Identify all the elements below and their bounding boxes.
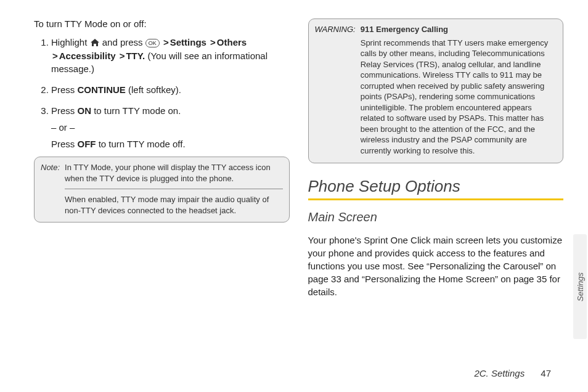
steps-list: Highlight and press OK >Settings >Others… bbox=[34, 36, 290, 117]
step3-alt: Press OFF to turn TTY mode off. bbox=[51, 139, 290, 149]
chevron-icon: > bbox=[163, 37, 169, 47]
home-icon bbox=[90, 38, 100, 50]
step1-part-b: and press bbox=[102, 37, 145, 47]
step-1: Highlight and press OK >Settings >Others… bbox=[51, 36, 290, 75]
step3-key: ON bbox=[78, 105, 92, 116]
step3c-key: OFF bbox=[78, 139, 96, 149]
body-paragraph: Your phone's Sprint One Click main scree… bbox=[308, 234, 564, 298]
nav-others: Others bbox=[217, 37, 247, 47]
warning-title: 911 Emergency Calling bbox=[361, 24, 557, 35]
step3-a: Press bbox=[51, 105, 78, 116]
intro-text: To turn TTY Mode on or off: bbox=[34, 18, 290, 29]
side-tab-label: Settings bbox=[576, 272, 585, 301]
nav-settings: Settings bbox=[170, 37, 206, 47]
note-label: Note: bbox=[41, 162, 60, 216]
warning-label: WARNING: bbox=[315, 24, 356, 157]
step2-b: (left softkey). bbox=[126, 84, 181, 95]
page-footer: 2C. Settings 47 bbox=[474, 368, 551, 378]
or-text: – or – bbox=[51, 122, 290, 133]
note-p1: In TTY Mode, your phone will display the… bbox=[65, 162, 282, 184]
step-3: Press ON to turn TTY mode on. bbox=[51, 105, 290, 117]
footer-section: 2C. Settings bbox=[474, 368, 525, 378]
section-heading: Phone Setup Options bbox=[308, 177, 564, 196]
chevron-icon: > bbox=[120, 51, 125, 61]
section-underline bbox=[308, 198, 564, 200]
right-column: WARNING: 911 Emergency Calling Sprint re… bbox=[308, 18, 564, 308]
note-box: Note: In TTY Mode, your phone will displ… bbox=[34, 157, 290, 223]
step3c-b: to turn TTY mode off. bbox=[96, 139, 186, 149]
nav-tty: TTY. bbox=[126, 51, 145, 61]
chevron-icon: > bbox=[52, 51, 58, 61]
subsection-heading: Main Screen bbox=[308, 210, 564, 224]
nav-accessibility: Accessibility bbox=[59, 51, 116, 61]
note-divider bbox=[65, 189, 282, 189]
note-p2: When enabled, TTY mode may impair the au… bbox=[65, 194, 282, 216]
step2-a: Press bbox=[51, 84, 78, 95]
step3-b: to turn TTY mode on. bbox=[91, 105, 181, 116]
warning-box: WARNING: 911 Emergency Calling Sprint re… bbox=[308, 18, 564, 163]
note-body: In TTY Mode, your phone will display the… bbox=[65, 162, 282, 216]
menu-ok-icon: OK bbox=[145, 39, 160, 47]
footer-page-number: 47 bbox=[541, 368, 551, 378]
step-2: Press CONTINUE (left softkey). bbox=[51, 84, 290, 96]
step2-key: CONTINUE bbox=[78, 84, 126, 95]
warning-text: Sprint recommends that TTY users make em… bbox=[361, 38, 548, 155]
side-tab: Settings bbox=[573, 234, 587, 339]
or-block: – or – Press OFF to turn TTY mode off. bbox=[51, 122, 290, 149]
chevron-icon: > bbox=[210, 37, 216, 47]
step1-part-a: Highlight bbox=[51, 37, 90, 47]
left-column: To turn TTY Mode on or off: Highlight an… bbox=[34, 18, 290, 308]
step3c-a: Press bbox=[51, 139, 78, 149]
warning-body: 911 Emergency Calling Sprint recommends … bbox=[361, 24, 557, 157]
